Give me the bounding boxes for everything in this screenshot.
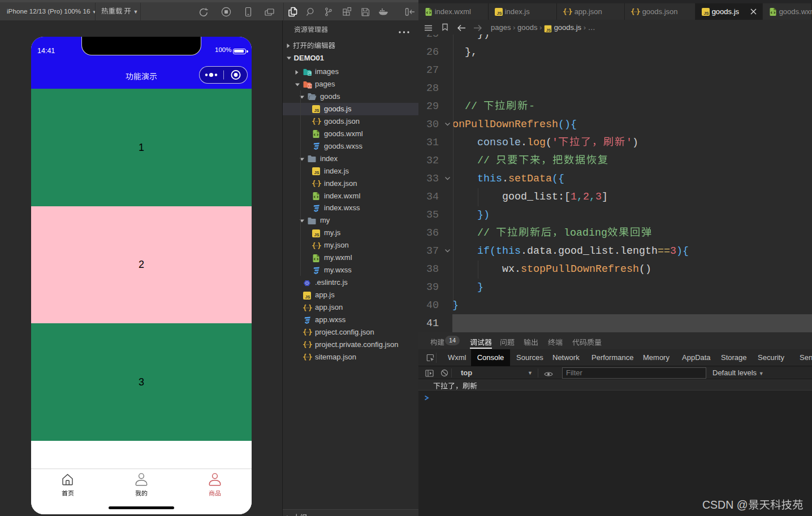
svg-text:JS: JS [496, 11, 502, 16]
svg-text:JS: JS [314, 170, 319, 175]
svg-text:JS: JS [305, 294, 310, 300]
svg-text:JS: JS [546, 28, 551, 32]
svg-text:JS: JS [314, 108, 319, 113]
svg-text:JS: JS [314, 232, 319, 237]
svg-text:JS: JS [703, 11, 709, 16]
